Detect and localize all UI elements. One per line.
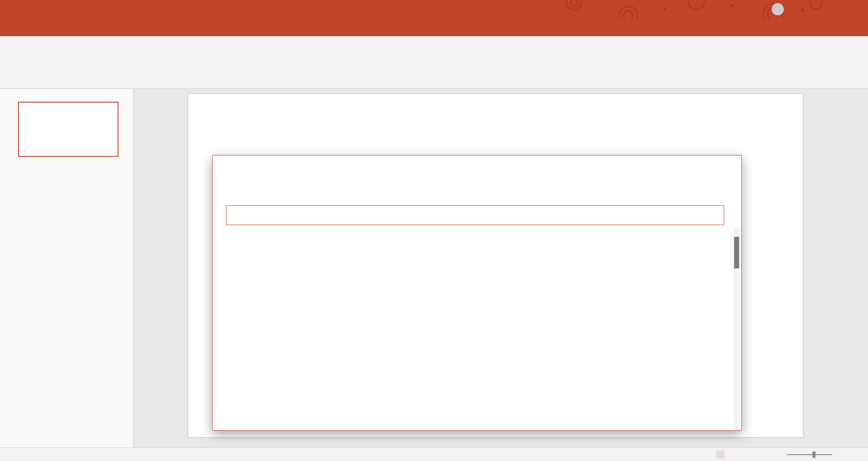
title-bar	[0, 0, 868, 18]
slide-thumbnail-panel	[0, 89, 133, 447]
normal-view-button[interactable]	[716, 450, 725, 459]
reading-view-button[interactable]	[745, 450, 754, 459]
scroll-up-button[interactable]	[733, 228, 740, 235]
scrollbar-thumb[interactable]	[734, 237, 739, 268]
notes-button[interactable]	[684, 451, 694, 458]
smile-feedback-icon[interactable]	[696, 179, 707, 191]
search-3d-models-input[interactable]	[226, 205, 724, 225]
slide-sorter-view-button[interactable]	[730, 450, 739, 459]
collapse-ribbon-button[interactable]	[855, 78, 863, 86]
slide-logo	[695, 131, 713, 146]
thumbnail-logo	[111, 105, 114, 108]
zoom-slider[interactable]	[787, 451, 832, 459]
slide-number-label	[5, 102, 18, 157]
ribbon-display-options-button[interactable]	[788, 0, 806, 18]
ribbon-display-options-icon	[793, 5, 801, 13]
close-button[interactable]	[847, 0, 868, 18]
restore-button[interactable]	[826, 0, 847, 18]
restore-icon	[834, 6, 840, 13]
zoom-slider-track	[787, 454, 832, 455]
close-icon	[854, 6, 861, 13]
scroll-down-button[interactable]	[733, 423, 740, 430]
lightbulb-icon	[12, 23, 20, 31]
zoom-slider-thumb[interactable]	[812, 452, 816, 458]
comments-icon	[700, 451, 707, 458]
minimize-button[interactable]	[806, 0, 826, 18]
titlebar-controls	[767, 0, 868, 18]
accessibility-icon[interactable]	[37, 451, 44, 458]
zoom-in-button[interactable]	[838, 451, 845, 458]
feedback-icons	[696, 179, 725, 191]
dialog-close-button[interactable]	[727, 160, 736, 169]
magicslides-logo-icon	[695, 131, 709, 146]
online-3d-models-dialog	[212, 155, 742, 431]
dialog-scrollbar[interactable]	[733, 228, 740, 430]
spellcheck-icon[interactable]	[13, 451, 20, 458]
ribbon	[0, 36, 868, 89]
notes-icon	[684, 451, 692, 458]
comments-button[interactable]	[700, 451, 710, 458]
slide-thumbnail[interactable]	[18, 102, 119, 157]
fit-to-window-button[interactable]	[857, 451, 864, 458]
powerpoint-window	[0, 0, 868, 461]
slideshow-button[interactable]	[759, 450, 768, 459]
zoom-out-button[interactable]	[774, 451, 781, 458]
minimize-icon	[813, 6, 820, 13]
note-icon[interactable]	[853, 23, 862, 32]
tell-me-button[interactable]	[12, 23, 24, 31]
ribbon-tab-bar	[0, 18, 868, 36]
frown-feedback-icon[interactable]	[713, 179, 725, 191]
avatar[interactable]	[772, 3, 784, 15]
status-bar	[0, 447, 868, 461]
magicslides-logo-icon	[111, 105, 114, 108]
